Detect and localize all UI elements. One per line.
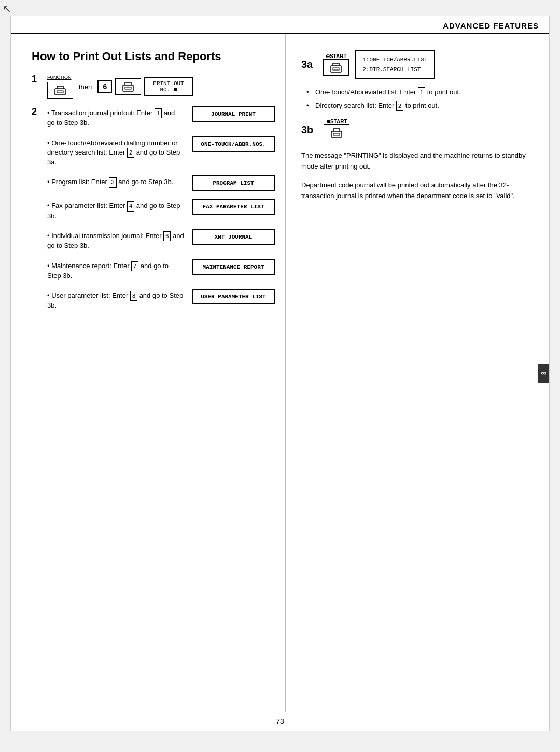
menu-text-7: • User parameter list: Enter 8 and go to… <box>47 289 184 311</box>
xmt-journal-button: XMT JOURNAL <box>192 229 275 245</box>
start-3b-label: ⊕START <box>326 119 347 124</box>
step-3a: 3a ⊕START <box>301 50 539 202</box>
menu-text-4: • Fax parameter list: Enter 4 and go to … <box>47 199 184 221</box>
right-panel: 3a ⊕START <box>286 34 549 712</box>
step-3a-header: 3a ⊕START <box>301 50 539 79</box>
then-label: then <box>79 83 92 91</box>
svg-rect-11 <box>333 68 339 70</box>
function-label: FUNCTION <box>47 75 72 80</box>
maintenance-report-button: MAINTENANCE REPORT <box>192 259 275 275</box>
menu-item-4: • Fax parameter list: Enter 4 and go to … <box>47 199 275 221</box>
left-panel: How to Print Out Lists and Reports 1 FUN… <box>11 34 286 712</box>
step-1-diagram: FUNCTION <box>47 75 275 99</box>
menu-text-5: • Individual transmission journal: Enter… <box>47 229 184 251</box>
key-box-2: 2 <box>127 148 134 158</box>
lcd-line2: NO.-■ <box>153 87 184 93</box>
menu-item-6: • Maintenance report: Enter 7 and go to … <box>47 259 275 281</box>
svg-rect-5 <box>123 85 133 91</box>
menu-text-6: • Maintenance report: Enter 7 and go to … <box>47 259 184 281</box>
svg-rect-15 <box>331 131 342 137</box>
step-2-number: 2 <box>32 106 42 117</box>
menu-item-3: • Program list: Enter 3 and go to Step 3… <box>47 175 275 191</box>
svg-rect-0 <box>55 89 65 95</box>
menu-item-1: • Transaction journal printout: Enter 1 … <box>47 106 275 128</box>
user-param-button: USER PARAMETER LIST <box>192 289 275 304</box>
dept-message: Department code journal will be printed … <box>301 180 539 202</box>
step-1: 1 FUNCTION <box>32 74 275 99</box>
step-3a-label: 3a <box>301 59 313 71</box>
options-display: 1:ONE-TCH/ABBR.LIST 2:DIR.SEARCH LIST <box>355 50 435 79</box>
lcd-line1: PRINT OUT <box>153 80 184 87</box>
menu-item-2: • One-Touch/Abbreviated dialling number … <box>47 136 275 168</box>
step-3b-label: 3b <box>301 124 313 136</box>
fax-icon-3a <box>329 62 343 73</box>
menu-item-5: • Individual transmission journal: Enter… <box>47 229 275 251</box>
menu-text-3: • Program list: Enter 3 and go to Step 3… <box>47 175 184 187</box>
function-key-group: FUNCTION <box>47 82 73 99</box>
function-key-box <box>47 82 73 99</box>
start-3a-label: ⊕START <box>326 53 347 59</box>
header-title: ADVANCED FEATURES <box>443 21 539 30</box>
step-3b-header: 3b ⊕START <box>301 119 539 141</box>
fax-icon-3b <box>329 127 344 138</box>
bullet-3a-1: • One-Touch/Abbreviated list: Enter 1 to… <box>306 87 539 98</box>
cursor-icon: ↖ <box>3 3 11 15</box>
fax-icon-2 <box>121 81 135 92</box>
menu-text-1: • Transaction journal printout: Enter 1 … <box>47 106 184 128</box>
step-2-content: • Transaction journal printout: Enter 1 … <box>47 106 275 319</box>
one-touch-button: ONE-TOUCH/ABBR.NOS. <box>192 136 275 152</box>
num-6-key: 6 <box>97 80 112 93</box>
lcd-display: PRINT OUT NO.-■ <box>144 77 192 96</box>
key-box-6: 6 <box>163 231 171 241</box>
key-box-3: 3 <box>109 177 116 187</box>
step-3a-bullets: • One-Touch/Abbreviated list: Enter 1 to… <box>306 87 539 111</box>
key-box-7: 7 <box>131 261 138 271</box>
options-line2: 2:DIR.SEARCH LIST <box>362 65 427 75</box>
key-box-4: 4 <box>127 201 134 211</box>
program-list-button: PROGRAM LIST <box>192 175 275 191</box>
menu-item-7: • User parameter list: Enter 8 and go to… <box>47 289 275 311</box>
start-3a-group: ⊕START <box>323 53 349 76</box>
options-line1: 1:ONE-TCH/ABBR.LIST <box>362 55 427 65</box>
start-3b-keybox <box>324 124 349 141</box>
second-key-box <box>115 78 141 95</box>
menu-text-2: • One-Touch/Abbreviated dialling number … <box>47 136 184 168</box>
page-title: How to Print Out Lists and Reports <box>32 50 275 63</box>
fax-param-button: FAX PARAMETER LIST <box>192 199 275 215</box>
step-1-number: 1 <box>32 74 42 85</box>
step-1-content: FUNCTION <box>47 74 275 99</box>
key-2-3a: 2 <box>396 101 403 112</box>
content-area: How to Print Out Lists and Reports 1 FUN… <box>11 34 549 712</box>
key-box-8: 8 <box>130 291 137 301</box>
svg-rect-10 <box>331 66 341 72</box>
svg-rect-16 <box>333 133 340 135</box>
page-number: 73 <box>276 717 284 726</box>
side-tab-number: 3 <box>540 372 548 375</box>
header: ADVANCED FEATURES <box>11 16 549 34</box>
print-message: The message "PRINTING" is displayed and … <box>301 150 539 172</box>
start-3a-keybox <box>323 59 349 76</box>
side-tab: 3 <box>538 364 549 383</box>
key-1-3a: 1 <box>418 87 425 98</box>
bullet-3a-2: • Directory search list: Enter 2 to prin… <box>306 101 539 112</box>
svg-rect-1 <box>57 91 63 93</box>
fax-icon-1 <box>53 85 67 96</box>
start-3b-group: ⊕START <box>324 119 349 141</box>
page-footer: 73 <box>11 712 549 731</box>
key-box-1: 1 <box>155 108 162 118</box>
step-2: 2 • Transaction journal printout: Enter … <box>32 106 275 319</box>
journal-print-button: JOURNAL PRINT <box>192 106 275 122</box>
svg-rect-6 <box>125 87 131 89</box>
